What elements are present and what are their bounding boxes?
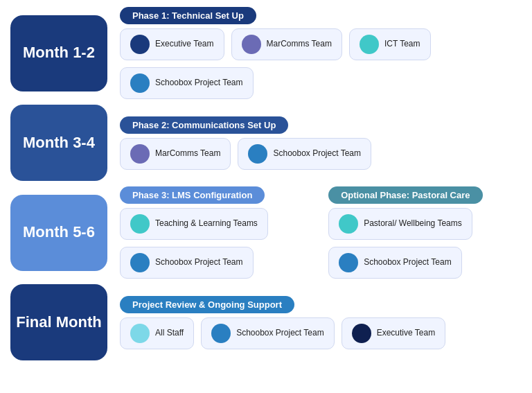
team-card-teaching: Teaching & Learning Teams bbox=[120, 208, 268, 240]
team-name-schoobox-2: Schoobox Project Team bbox=[273, 148, 361, 159]
team-name-pastoral: Pastoral/ Wellbeing Teams bbox=[364, 218, 462, 229]
dot-schoobox-5 bbox=[211, 324, 231, 343]
dot-schoobox-1 bbox=[130, 73, 150, 93]
right-content-3-4: Phase 2: Communications Set Up MarComms … bbox=[120, 116, 522, 170]
team-card-schoobox-4: Schoobox Project Team bbox=[328, 247, 462, 279]
dot-all-staff bbox=[130, 324, 150, 343]
team-card-marcomms: MarComms Team bbox=[231, 28, 342, 60]
dot-schoobox-4 bbox=[339, 253, 358, 272]
dot-marcomms bbox=[242, 35, 261, 54]
diagram: Month 1-2 Phase 1: Technical Set Up Exec… bbox=[0, 0, 532, 393]
row-month-3-4: Month 3-4 Phase 2: Communications Set Up… bbox=[10, 105, 522, 181]
team-card-ict: ICT Team bbox=[349, 28, 431, 60]
teams-row-2: MarComms Team Schoobox Project Team bbox=[120, 138, 522, 170]
row-month-5-6: Month 5-6 Phase 3: LMS Configuration Tea… bbox=[10, 186, 522, 279]
team-name-executive: Executive Team bbox=[155, 39, 214, 50]
team-card-marcomms-2: MarComms Team bbox=[120, 138, 231, 170]
right-content-final: Project Review & Ongoing Support All Sta… bbox=[120, 296, 522, 349]
team-card-schoobox-3: Schoobox Project Team bbox=[120, 247, 254, 279]
phase-label-optional: Optional Phase: Pastoral Care bbox=[328, 186, 482, 204]
team-name-schoobox-3: Schoobox Project Team bbox=[155, 257, 243, 268]
phase-label-3: Phase 3: LMS Configuration bbox=[120, 186, 265, 204]
right-content-1-2: Phase 1: Technical Set Up Executive Team… bbox=[120, 7, 522, 99]
team-name-marcomms: MarComms Team bbox=[267, 39, 332, 50]
phase-label-1: Phase 1: Technical Set Up bbox=[120, 7, 256, 24]
month-label-final: Final Month bbox=[16, 313, 101, 331]
teams-row-3b: Pastoral/ Wellbeing Teams Schoobox Proje… bbox=[328, 208, 522, 279]
teams-row-1: Executive Team MarComms Team ICT Team Sc… bbox=[120, 28, 522, 99]
team-name-schoobox-5: Schoobox Project Team bbox=[236, 328, 324, 339]
team-name-schoobox-4: Schoobox Project Team bbox=[364, 257, 452, 268]
team-card-schoobox-2: Schoobox Project Team bbox=[238, 138, 371, 170]
dot-marcomms-2 bbox=[130, 144, 150, 164]
month-label-3-4: Month 3-4 bbox=[23, 134, 95, 152]
phase-group-lms: Phase 3: LMS Configuration Teaching & Le… bbox=[120, 186, 316, 279]
dot-pastoral bbox=[339, 214, 358, 234]
dot-executive bbox=[130, 35, 150, 54]
phase-group-pastoral: Optional Phase: Pastoral Care Pastoral/ … bbox=[328, 186, 522, 279]
dot-schoobox-3 bbox=[130, 253, 150, 272]
team-name-all-staff: All Staff bbox=[155, 328, 184, 339]
dot-teaching bbox=[130, 214, 150, 234]
teams-row-3a: Teaching & Learning Teams Schoobox Proje… bbox=[120, 208, 316, 279]
team-name-ict: ICT Team bbox=[384, 39, 420, 50]
row-final-month: Final Month Project Review & Ongoing Sup… bbox=[10, 284, 522, 360]
team-card-executive: Executive Team bbox=[120, 28, 224, 60]
team-name-marcomms-2: MarComms Team bbox=[155, 148, 220, 159]
month-box-1-2: Month 1-2 bbox=[10, 15, 107, 91]
team-name-executive-2: Executive Team bbox=[377, 328, 436, 339]
month-box-5-6: Month 5-6 bbox=[10, 195, 107, 271]
dot-ict bbox=[360, 35, 379, 54]
row-month-1-2: Month 1-2 Phase 1: Technical Set Up Exec… bbox=[10, 7, 522, 99]
dot-executive-2 bbox=[352, 324, 371, 343]
team-name-schoobox-1: Schoobox Project Team bbox=[155, 78, 243, 89]
team-card-pastoral: Pastoral/ Wellbeing Teams bbox=[328, 208, 472, 240]
phase-label-support: Project Review & Ongoing Support bbox=[120, 296, 294, 313]
team-card-schoobox-1: Schoobox Project Team bbox=[120, 67, 254, 99]
month-box-3-4: Month 3-4 bbox=[10, 105, 107, 181]
team-card-all-staff: All Staff bbox=[120, 317, 194, 349]
phase-label-2: Phase 2: Communications Set Up bbox=[120, 116, 288, 134]
right-content-5-6: Phase 3: LMS Configuration Teaching & Le… bbox=[120, 186, 522, 279]
phase-groups-row: Phase 3: LMS Configuration Teaching & Le… bbox=[120, 186, 522, 279]
teams-row-final: All Staff Schoobox Project Team Executiv… bbox=[120, 317, 522, 349]
month-box-final: Final Month bbox=[10, 284, 107, 360]
team-card-schoobox-5: Schoobox Project Team bbox=[201, 317, 335, 349]
team-card-executive-2: Executive Team bbox=[342, 317, 446, 349]
dot-schoobox-2 bbox=[248, 144, 267, 164]
month-label-5-6: Month 5-6 bbox=[23, 223, 95, 241]
month-label-1-2: Month 1-2 bbox=[23, 44, 95, 62]
team-name-teaching: Teaching & Learning Teams bbox=[155, 218, 258, 229]
